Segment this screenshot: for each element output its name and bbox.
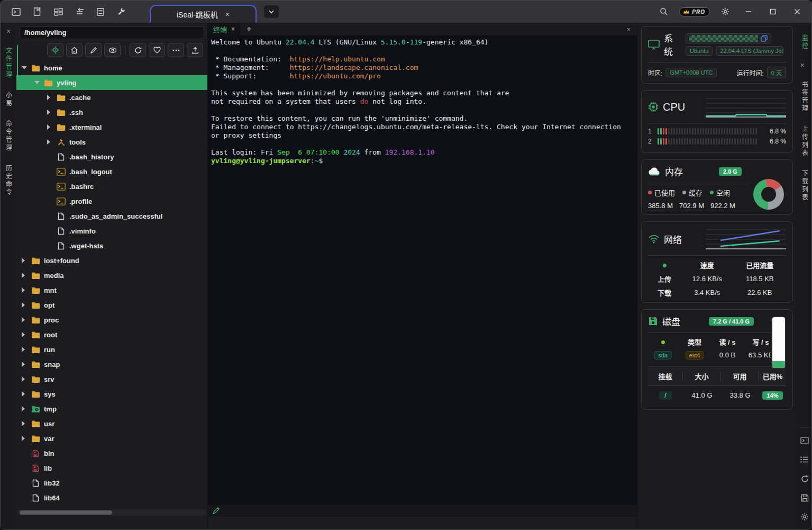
split-view-button[interactable] [51,5,65,19]
left-tab-命令管理[interactable]: 命令管理 [4,114,13,158]
expand-right-icon[interactable] [47,110,53,115]
tree-item-lib[interactable]: 0110lib [16,461,207,475]
pro-badge[interactable]: PRO [679,7,710,16]
maximize-button[interactable] [765,5,781,19]
tree-item-.bashrc[interactable]: .bashrc [16,179,207,194]
tree-item-.xterminal[interactable]: .xterminal [16,120,207,134]
expand-right-icon[interactable] [47,95,53,100]
tree-item-snap[interactable]: snap [16,357,207,372]
tree-item-.wget-hsts[interactable]: .wget-hsts [16,238,207,253]
tree-item-var[interactable]: var [16,431,207,446]
expand-right-icon[interactable] [22,332,28,337]
right-tab-close-icon[interactable]: × [800,57,809,75]
settings-button[interactable] [718,5,732,19]
expand-right-icon[interactable] [22,347,28,352]
horizontal-scrollbar[interactable] [17,509,206,516]
close-button[interactable] [789,5,805,19]
tree-item-libx32[interactable]: libx32 [16,505,207,508]
expand-right-icon[interactable] [22,288,28,293]
terminal-tab[interactable]: 终端 × [208,23,240,35]
tree-item-sys[interactable]: sys [16,387,207,401]
rail-save-button[interactable] [799,492,810,503]
tree-item-lib64[interactable]: lib64 [16,490,207,505]
tree-item-mnt[interactable]: mnt [16,283,207,298]
rail-refresh-button[interactable] [799,473,810,484]
tree-item-usr[interactable]: usr [16,416,207,431]
tree-item-.ssh[interactable]: .ssh [16,105,207,120]
tree-item-.profile[interactable]: .profile [16,194,207,209]
expand-down-icon[interactable] [34,81,41,84]
tree-item-.viminfo[interactable]: .viminfo [16,223,207,238]
rail-settings-button[interactable] [799,511,810,522]
expand-right-icon[interactable] [22,317,28,322]
copy-icon[interactable] [761,35,768,42]
edit-path-button[interactable] [85,43,102,57]
left-tab-小易[interactable]: 小易 [4,85,13,114]
expand-right-icon[interactable] [47,124,53,130]
tree-item-bin[interactable]: 0110bin [16,446,207,461]
favorite-button[interactable] [149,43,165,57]
new-terminal-button[interactable] [9,5,23,19]
right-tab-监控[interactable]: 监控 [800,28,809,57]
left-panel-close-icon[interactable]: × [6,23,11,41]
tree-item-srv[interactable]: srv [16,372,207,387]
home-button[interactable] [66,43,83,57]
right-tab-上传列表[interactable]: 上传列表 [800,119,809,164]
tree-item-tmp[interactable]: tmp [16,401,207,416]
rail-terminal-button[interactable] [799,435,810,446]
tree-item-.bash_logout[interactable]: .bash_logout [16,164,207,179]
tree-item-yvling[interactable]: yvling [16,75,207,90]
right-tab-下载列表[interactable]: 下载列表 [800,164,809,208]
tree-item-run[interactable]: run [16,342,207,357]
tree-item-.cache[interactable]: .cache [16,90,207,105]
left-tab-文件管理[interactable]: 文件管理 [4,41,13,85]
marker-pen-icon[interactable] [212,507,220,515]
locate-button[interactable] [47,43,63,57]
tree-item-lib32[interactable]: lib32 [16,475,207,490]
search-button[interactable] [657,5,671,19]
expand-right-icon[interactable] [22,421,28,426]
close-icon [794,8,800,15]
tree-item-tools[interactable]: tools [16,134,207,149]
scrollbar-thumb[interactable] [20,510,112,515]
tree-item-.bash_history[interactable]: .bash_history [16,149,207,164]
expand-right-icon[interactable] [22,436,28,441]
terminal-output[interactable]: Welcome to Ubuntu 22.04.4 LTS (GNU/Linux… [208,35,637,505]
minimize-button[interactable] [741,5,756,19]
server-list-button[interactable] [94,5,107,19]
upload-button[interactable] [187,43,203,57]
tree-item-root[interactable]: root [16,327,207,342]
rail-list-button[interactable] [799,454,810,465]
expand-right-icon[interactable] [22,258,28,263]
expand-right-icon[interactable] [22,362,28,367]
more-button[interactable] [168,43,184,57]
path-input[interactable] [20,26,204,39]
tools-button[interactable] [115,5,129,19]
session-flow-button[interactable] [72,5,86,19]
bookmark-button[interactable] [30,5,44,19]
new-terminal-tab-button[interactable]: + [240,24,258,34]
mount-row[interactable]: / 41.0 G 33.8 G 14% [648,386,786,405]
expand-right-icon[interactable] [47,139,53,145]
expand-right-icon[interactable] [22,273,28,278]
expand-right-icon[interactable] [22,302,28,308]
show-hidden-button[interactable] [104,43,121,57]
refresh-button[interactable] [130,43,146,57]
right-tab-书签管理[interactable]: 书签管理 [800,75,809,119]
session-tab-close-icon[interactable]: × [225,10,230,19]
tree-item-.sudo_as_admin_successful[interactable]: .sudo_as_admin_successful [16,209,207,223]
tree-item-proc[interactable]: proc [16,312,207,327]
expand-right-icon[interactable] [22,406,28,411]
tab-list-dropdown[interactable] [264,5,279,18]
tree-item-media[interactable]: media [16,268,207,283]
expand-right-icon[interactable] [22,376,28,382]
expand-right-icon[interactable] [22,391,28,397]
expand-down-icon[interactable] [22,66,28,69]
tree-item-home[interactable]: home [16,60,207,75]
terminal-panel-close-icon[interactable]: × [626,25,637,33]
terminal-tab-close-icon[interactable]: × [231,25,235,33]
tree-item-lost+found[interactable]: lost+found [16,253,207,268]
tree-item-opt[interactable]: opt [16,298,207,312]
left-tab-历史命令[interactable]: 历史命令 [4,158,13,203]
session-tab[interactable]: iSeal-跳板机 × [150,5,257,23]
